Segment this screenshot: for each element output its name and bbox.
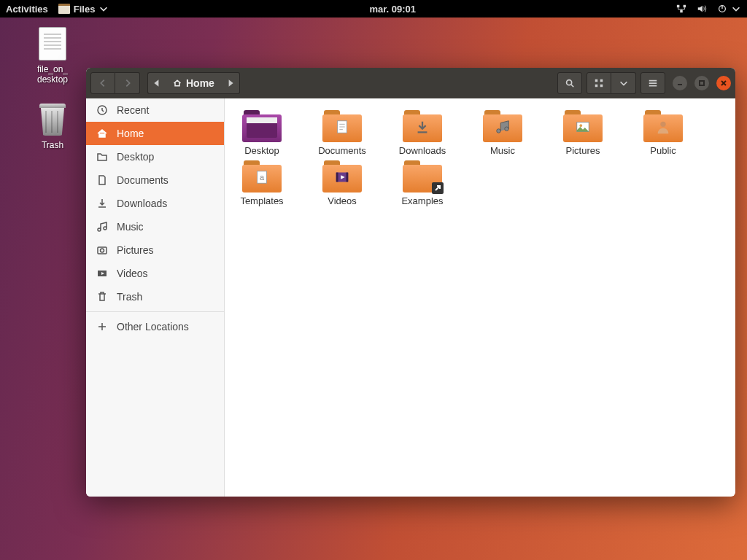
hamburger-menu-button[interactable]: [640, 72, 665, 94]
panel-clock[interactable]: mar. 09:01: [109, 4, 676, 15]
download-icon: [96, 198, 108, 209]
clock-icon: [96, 104, 108, 116]
svg-rect-6: [600, 79, 603, 82]
sidebar-item-label: Home: [117, 128, 144, 139]
svg-rect-5: [595, 79, 598, 82]
videos-overlay-icon: [334, 169, 350, 185]
sidebar-item-desktop[interactable]: Desktop: [86, 145, 224, 168]
folder-icon: [483, 109, 522, 142]
chevron-right-icon: [123, 78, 133, 88]
folder-examples[interactable]: Examples: [391, 159, 454, 206]
folder-icon: [403, 159, 442, 192]
home-icon: [96, 128, 108, 139]
sidebar-item-label: Videos: [117, 268, 148, 279]
maximize-button[interactable]: [694, 76, 709, 90]
folder-label: Music: [471, 145, 534, 156]
path-home-label: Home: [186, 77, 214, 89]
svg-point-17: [660, 122, 665, 127]
window-titlebar[interactable]: Home: [86, 68, 735, 98]
music-overlay-icon: [495, 119, 511, 135]
folder-icon: [563, 109, 603, 142]
sidebar-divider: [86, 311, 224, 312]
sidebar-item-other-locations[interactable]: Other Locations: [86, 315, 224, 338]
pictures-overlay-icon: [575, 119, 591, 135]
maximize-icon: [698, 79, 705, 87]
top-panel: Activities Files mar. 09:01: [0, 0, 747, 18]
folder-icon: [322, 109, 362, 142]
sidebar-item-label: Recent: [117, 104, 149, 116]
sidebar-item-home[interactable]: Home: [86, 122, 224, 145]
search-button[interactable]: [557, 72, 582, 94]
back-button[interactable]: [90, 72, 115, 94]
sidebar-item-label: Downloads: [117, 198, 167, 209]
files-menu[interactable]: Files: [58, 4, 109, 15]
trash-icon: [96, 291, 108, 303]
menu-icon: [648, 78, 658, 88]
desktop-trash-icon[interactable]: Trash: [23, 102, 82, 150]
desktop-trash-label: Trash: [23, 140, 82, 150]
activities-button[interactable]: Activities: [6, 4, 48, 15]
svg-rect-9: [700, 81, 704, 85]
sidebar-item-pictures[interactable]: Pictures: [86, 238, 224, 262]
trash-icon: [38, 104, 67, 136]
document-icon: [96, 174, 108, 186]
folder-content-area[interactable]: DesktopDocumentsDownloadsMusicPicturesPu…: [225, 98, 735, 497]
svg-rect-7: [595, 85, 598, 88]
path-next[interactable]: [222, 72, 240, 94]
folder-icon: [242, 109, 282, 142]
network-indicator[interactable]: [676, 4, 686, 14]
folder-downloads[interactable]: Downloads: [391, 109, 454, 156]
folder-icon: [96, 151, 108, 163]
path-prev[interactable]: [147, 72, 166, 94]
volume-indicator[interactable]: [697, 4, 707, 14]
folder-desktop[interactable]: Desktop: [231, 109, 293, 156]
triangle-left-icon: [152, 79, 161, 88]
folder-videos[interactable]: Videos: [311, 159, 374, 206]
svg-rect-1: [684, 5, 686, 8]
textfile-icon: [39, 27, 66, 61]
sidebar-item-documents[interactable]: Documents: [86, 168, 224, 192]
close-button[interactable]: [716, 76, 731, 90]
desktop-file-icon[interactable]: file_on_ desktop: [23, 26, 82, 85]
view-dropdown-button[interactable]: [611, 72, 636, 94]
video-icon: [96, 268, 108, 279]
svg-rect-0: [677, 5, 680, 8]
files-app-icon: [58, 4, 70, 14]
folder-pictures[interactable]: Pictures: [551, 109, 614, 156]
svg-rect-21: [336, 173, 338, 182]
path-bar[interactable]: Home: [147, 72, 240, 94]
desktop-file-label: file_on_ desktop: [23, 64, 82, 85]
view-grid-button[interactable]: [587, 72, 611, 94]
sidebar-item-label: Other Locations: [117, 321, 189, 332]
sidebar-item-music[interactable]: Music: [86, 215, 224, 238]
path-home[interactable]: Home: [166, 72, 222, 94]
downloads-overlay-icon: [414, 119, 430, 135]
svg-point-4: [567, 80, 572, 85]
folder-icon: a: [242, 159, 282, 192]
folder-public[interactable]: Public: [632, 109, 694, 156]
power-menu[interactable]: [717, 4, 741, 14]
sidebar-item-videos[interactable]: Videos: [86, 262, 224, 285]
svg-text:a: a: [260, 173, 265, 182]
documents-overlay-icon: [334, 119, 350, 135]
minimize-button[interactable]: [673, 76, 687, 90]
folder-label: Examples: [391, 195, 454, 206]
home-icon: [173, 79, 182, 88]
svg-point-16: [579, 124, 582, 127]
folder-icon: [403, 109, 442, 142]
forward-button[interactable]: [115, 72, 140, 94]
sidebar-item-recent[interactable]: Recent: [86, 98, 224, 122]
svg-rect-8: [600, 85, 603, 88]
search-icon: [565, 78, 575, 88]
sidebar: Recent Home Desktop Documents Downloads …: [86, 98, 225, 497]
sidebar-item-trash[interactable]: Trash: [86, 285, 224, 308]
close-icon: [720, 79, 727, 87]
folder-music[interactable]: Music: [471, 109, 534, 156]
public-overlay-icon: [655, 119, 671, 135]
minimize-icon: [676, 79, 684, 87]
folder-label: Public: [632, 145, 694, 156]
folder-documents[interactable]: Documents: [311, 109, 374, 156]
sidebar-item-downloads[interactable]: Downloads: [86, 192, 224, 215]
folder-templates[interactable]: aTemplates: [231, 159, 293, 206]
folder-label: Desktop: [231, 145, 293, 156]
